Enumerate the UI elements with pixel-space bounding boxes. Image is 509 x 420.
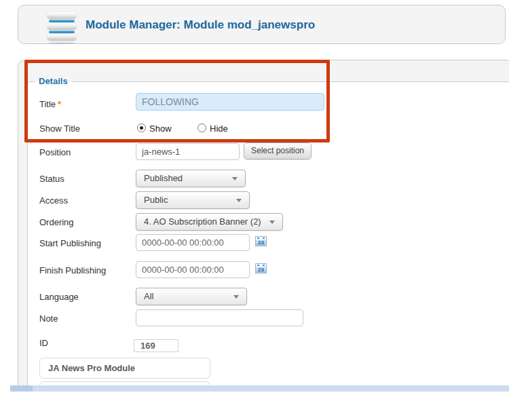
- status-label: Status: [39, 174, 64, 184]
- calendar-icon-number: 23: [256, 240, 266, 246]
- finish-publishing-input[interactable]: [136, 261, 250, 278]
- show-title-label: Show Title: [39, 123, 80, 134]
- title-input[interactable]: [136, 93, 324, 111]
- select-position-button[interactable]: Select position: [244, 142, 312, 159]
- status-select-value: Published: [136, 170, 245, 187]
- language-label: Language: [39, 292, 79, 302]
- id-label: ID: [39, 338, 48, 348]
- show-title-radio-show-label[interactable]: Show: [149, 123, 172, 134]
- position-label: Position: [39, 147, 71, 157]
- details-legend: Details: [35, 76, 71, 86]
- chevron-down-icon: [236, 199, 242, 202]
- ja-news-pro-module-panel[interactable]: JA News Pro Module: [39, 358, 210, 379]
- page-title: Module Manager: Module mod_janewspro: [86, 5, 315, 45]
- calendar-icon[interactable]: 23: [255, 236, 267, 246]
- finish-publishing-label: Finish Publishing: [39, 265, 106, 275]
- title-label-text: Title: [39, 99, 56, 109]
- chevron-down-icon: [232, 177, 238, 180]
- ordering-select[interactable]: 4. AO Subscription Banner (2): [136, 213, 283, 231]
- title-label: Title*: [39, 99, 61, 109]
- header-pane: Module Manager: Module mod_janewspro: [18, 5, 506, 44]
- details-fieldset: [27, 81, 509, 391]
- id-value: 169: [134, 339, 178, 352]
- calendar-icon[interactable]: 23: [255, 263, 267, 273]
- chevron-down-icon: [269, 221, 275, 224]
- horizontal-scrollbar[interactable]: [10, 385, 509, 392]
- chevron-down-icon: [233, 295, 239, 299]
- horizontal-scrollbar-thumb[interactable]: [10, 385, 33, 392]
- note-label: Note: [39, 313, 58, 324]
- show-title-radio-hide[interactable]: [197, 123, 206, 132]
- language-select[interactable]: All: [136, 288, 247, 305]
- access-select-value: Public: [136, 192, 249, 208]
- show-title-radio-show[interactable]: [137, 123, 146, 132]
- position-input[interactable]: [136, 143, 240, 160]
- ja-news-pro-module-panel-title: JA News Pro Module: [40, 358, 210, 378]
- note-input[interactable]: [136, 309, 303, 326]
- ordering-label: Ordering: [39, 217, 74, 227]
- status-select[interactable]: Published: [136, 170, 246, 187]
- access-select[interactable]: Public: [136, 191, 250, 209]
- language-select-value: All: [136, 288, 246, 305]
- module-stack-icon: [47, 12, 77, 43]
- start-publishing-input[interactable]: [136, 234, 250, 251]
- required-asterisk: *: [58, 99, 61, 109]
- show-title-radio-hide-label[interactable]: Hide: [210, 123, 228, 134]
- ordering-select-value: 4. AO Subscription Banner (2): [136, 214, 282, 230]
- access-label: Access: [39, 195, 68, 206]
- calendar-icon-number: 23: [256, 267, 266, 273]
- start-publishing-label: Start Publishing: [39, 238, 101, 248]
